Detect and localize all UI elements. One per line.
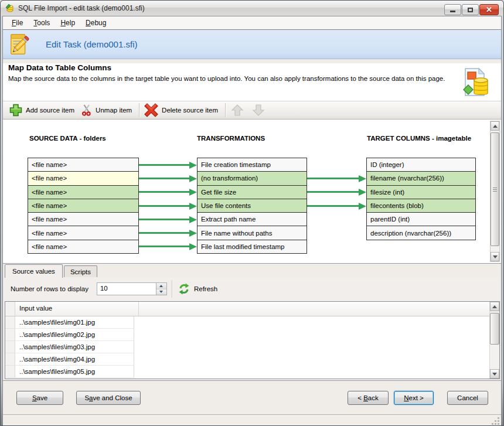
tab-source-values[interactable]: Source values (5, 264, 63, 278)
rowsbar-separator (172, 280, 172, 298)
back-button[interactable]: < Back (348, 391, 389, 405)
transformations-column: File creation timestamp (no transformati… (197, 158, 307, 254)
rows-count-value[interactable]: 10 (97, 283, 156, 295)
input-value-cell[interactable]: ..\samples\files\img05.jpg (15, 366, 134, 378)
scroll-up-button[interactable] (490, 302, 499, 311)
green-plus-icon (9, 104, 22, 117)
toolbar-separator (139, 103, 139, 117)
resize-grip[interactable] (492, 417, 500, 425)
target-column-item[interactable]: filesize (int) (366, 185, 476, 199)
scroll-thumb[interactable] (490, 313, 499, 345)
rows-count-spinner[interactable]: 10 (97, 282, 167, 295)
mapping-arrow (307, 191, 359, 193)
row-selector[interactable] (5, 329, 15, 341)
statusbar (3, 414, 501, 426)
input-value-cell[interactable]: ..\samples\files\img01.jpg (15, 316, 134, 329)
row-selector[interactable] (5, 341, 15, 353)
table-row[interactable]: ..\samples\files\img05.jpg (5, 366, 499, 378)
target-column-item[interactable]: filename (nvarchar(256)) (366, 171, 476, 185)
up-arrow-icon (230, 103, 244, 117)
scroll-grip-icon (493, 188, 497, 192)
row-selector[interactable] (5, 353, 15, 366)
spin-down-button[interactable] (156, 289, 166, 295)
save-and-close-button[interactable]: Save and Close (76, 391, 141, 405)
transformation-item[interactable]: File last modified timestamp (197, 240, 307, 254)
add-source-item-button[interactable]: Add source item (7, 103, 79, 118)
input-value-cell[interactable]: ..\samples\files\img03.jpg (15, 341, 134, 353)
down-arrow-icon (251, 103, 265, 117)
table-row[interactable]: ..\samples\files\img01.jpg (5, 316, 499, 329)
scroll-up-button[interactable] (491, 121, 499, 131)
table-header-input-value[interactable]: Input value (15, 302, 139, 316)
source-values-pane: Number of rows to display 10 Refresh (3, 277, 501, 381)
close-button[interactable]: ✕ (479, 4, 499, 15)
mapping-arrow (139, 178, 189, 179)
mapping-arrow (307, 178, 359, 179)
scroll-down-icon (493, 255, 498, 258)
scroll-down-button[interactable] (491, 252, 499, 261)
spin-up-button[interactable] (156, 283, 166, 289)
transformation-item[interactable]: Get file size (197, 185, 307, 199)
mapping-arrow (139, 205, 189, 207)
table-row[interactable]: ..\samples\files\img02.jpg (5, 329, 499, 341)
transformation-item[interactable]: (no transformation) (197, 171, 307, 185)
table-vertical-scrollbar[interactable] (489, 302, 499, 379)
row-selector[interactable] (5, 366, 15, 378)
cancel-button[interactable]: Cancel (447, 391, 488, 405)
delete-source-item-button[interactable]: Delete source item (142, 102, 223, 118)
transformation-item[interactable]: File creation timestamp (197, 158, 307, 172)
rows-count-label: Number of rows to display (11, 285, 88, 292)
minimize-button[interactable] (444, 4, 461, 15)
menu-item-debug[interactable]: Debug (80, 18, 111, 28)
menu-item-help[interactable]: Help (55, 18, 80, 28)
source-item[interactable]: <file name> (28, 212, 139, 226)
close-icon: ✕ (486, 6, 492, 13)
source-item[interactable]: <file name> (28, 199, 139, 213)
source-item[interactable]: <file name> (28, 226, 139, 240)
mapping-arrow (139, 164, 189, 166)
row-selector[interactable] (5, 316, 15, 329)
mapping-vertical-scrollbar[interactable] (490, 121, 500, 262)
input-value-cell[interactable]: ..\samples\files\img04.jpg (15, 353, 134, 366)
source-item[interactable]: <file name> (28, 185, 139, 199)
source-item-selected[interactable]: <file name> (28, 171, 139, 185)
menu-item-tools[interactable]: Tools (28, 18, 55, 28)
scroll-track[interactable] (490, 311, 499, 369)
target-column-item[interactable]: filecontents (blob) (366, 199, 476, 213)
move-down-button[interactable] (249, 102, 270, 118)
target-column-item[interactable]: description (nvarchar(256)) (366, 226, 476, 240)
scroll-track[interactable] (491, 131, 499, 252)
transformation-item[interactable]: File name without paths (197, 226, 307, 240)
spin-up-icon (159, 285, 163, 287)
row-selector-header (5, 302, 15, 316)
window-titlebar[interactable]: SQL File Import - edit task (demo001.sfi… (1, 1, 503, 16)
next-button[interactable]: Next > (394, 391, 434, 405)
source-data-header: SOURCE DATA - folders (29, 135, 106, 142)
refresh-button[interactable]: Refresh (178, 283, 217, 295)
tab-scripts[interactable]: Scripts (64, 265, 97, 278)
table-row[interactable]: ..\samples\files\img04.jpg (5, 353, 499, 366)
maximize-button[interactable] (462, 4, 479, 15)
section-title: Map Data to Table Columns (8, 63, 501, 72)
unmap-item-button[interactable]: Unmap item (79, 103, 137, 117)
mapping-arrow (139, 246, 189, 247)
minimize-icon (450, 11, 455, 12)
spin-down-icon (159, 291, 163, 293)
target-column-item[interactable]: ID (integer) (366, 158, 476, 172)
source-item[interactable]: <file name> (28, 158, 139, 172)
transformation-item[interactable]: Extract path name (197, 212, 307, 226)
scissors-icon (81, 104, 92, 116)
transformation-item[interactable]: Use file contents (197, 199, 307, 213)
save-button[interactable]: Save (16, 391, 63, 405)
mapping-arrow (139, 191, 189, 193)
maximize-icon (468, 8, 473, 12)
move-up-button[interactable] (228, 102, 249, 118)
input-value-cell[interactable]: ..\samples\files\img02.jpg (15, 329, 134, 341)
target-column-item[interactable]: parentID (int) (366, 212, 476, 226)
scroll-thumb[interactable] (491, 132, 499, 246)
table-row[interactable]: ..\samples\files\img03.jpg (5, 341, 499, 353)
app-icon (5, 4, 15, 13)
scroll-down-button[interactable] (490, 369, 499, 379)
source-item[interactable]: <file name> (28, 240, 139, 254)
menu-item-file[interactable]: File (6, 18, 28, 28)
